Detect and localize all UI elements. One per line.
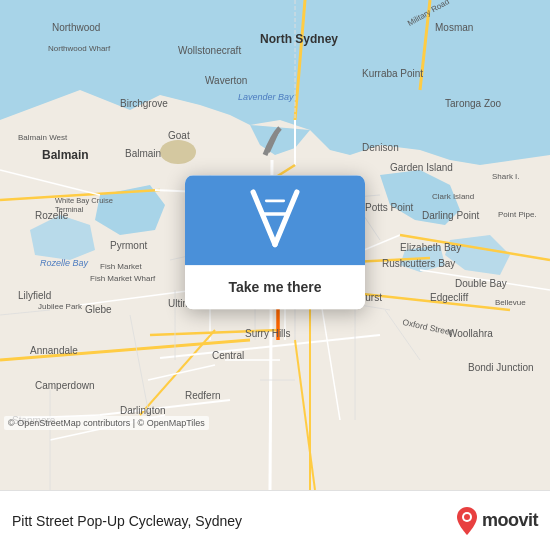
moovit-text: moovit xyxy=(482,510,538,531)
take-me-there-button[interactable]: Take me there xyxy=(185,265,365,309)
svg-point-47 xyxy=(160,140,196,164)
moovit-pin-icon xyxy=(456,507,478,535)
place-title: Pitt Street Pop-Up Cycleway, Sydney xyxy=(12,513,242,529)
road-icon xyxy=(240,183,310,257)
svg-point-54 xyxy=(464,514,470,520)
moovit-logo: moovit xyxy=(456,507,538,535)
directions-card: Take me there xyxy=(185,175,365,309)
map-attribution: © OpenStreetMap contributors | © OpenMap… xyxy=(4,416,209,430)
app: North Sydney Northwood Northwood Wharf W… xyxy=(0,0,550,550)
card-icon-area xyxy=(185,175,365,265)
bottom-bar: Pitt Street Pop-Up Cycleway, Sydney moov… xyxy=(0,490,550,550)
map-area: North Sydney Northwood Northwood Wharf W… xyxy=(0,0,550,490)
